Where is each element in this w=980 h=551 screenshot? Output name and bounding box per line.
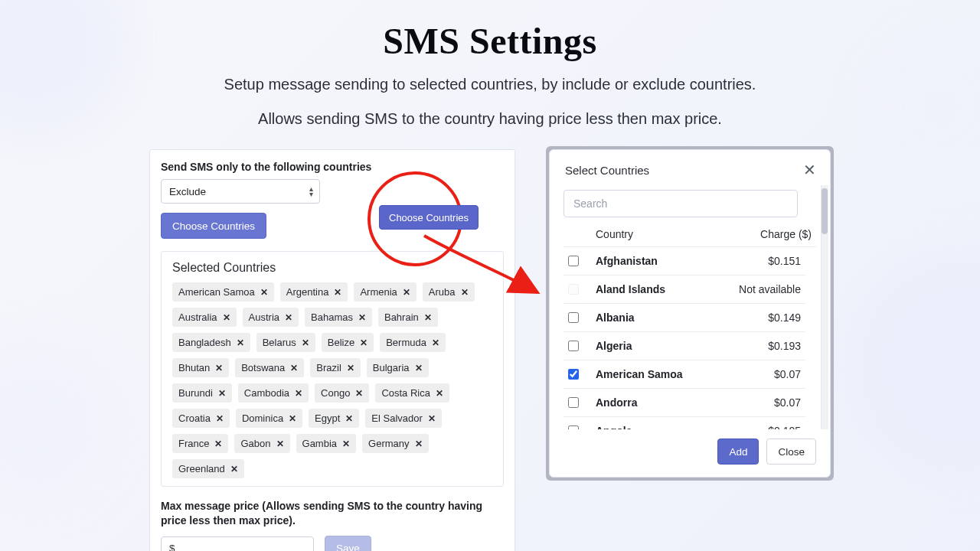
country-checkbox[interactable] [568,256,579,266]
country-chip-label: Costa Rica [381,387,430,399]
hero: SMS Settings Setup message sending to se… [0,0,980,131]
remove-chip-icon[interactable]: ✕ [302,337,309,348]
selected-countries-chips: American Samoa✕Argentina✕Armenia✕Aruba✕A… [172,282,492,478]
remove-chip-icon[interactable]: ✕ [461,287,469,298]
modal-title: Select Countries [565,164,649,177]
remove-chip-icon[interactable]: ✕ [342,439,350,449]
remove-chip-icon[interactable]: ✕ [289,413,296,424]
remove-chip-icon[interactable]: ✕ [285,312,292,323]
selected-countries-title: Selected Countries [172,261,492,275]
add-button[interactable]: Add [717,439,759,465]
remove-chip-icon[interactable]: ✕ [347,363,354,373]
country-chip-label: Austria [249,311,279,323]
country-name: Albania [596,311,759,324]
country-chip: Bahrain✕ [378,308,438,327]
country-chip-label: Botswana [241,362,285,373]
country-checkbox[interactable] [568,341,579,351]
remove-chip-icon[interactable]: ✕ [230,464,238,474]
country-chip: American Samoa✕ [172,282,274,302]
close-button-label: Close [778,446,805,458]
country-chip-label: Brazil [316,362,341,373]
country-chip: Costa Rica✕ [375,383,449,403]
search-input[interactable] [564,190,798,217]
remove-chip-icon[interactable]: ✕ [334,287,341,298]
country-row: Andorra$0.07 [564,389,805,416]
remove-chip-icon[interactable]: ✕ [415,439,423,449]
country-chip-label: Greenland [178,463,225,474]
country-row: Algeria$0.193 [564,332,805,360]
country-chip: Bahamas✕ [305,308,372,327]
remove-chip-icon[interactable]: ✕ [260,287,268,298]
remove-chip-icon[interactable]: ✕ [216,413,224,424]
remove-chip-icon[interactable]: ✕ [345,413,353,424]
remove-chip-icon[interactable]: ✕ [432,337,439,348]
country-chip: Armenia✕ [354,282,416,302]
col-country: Country [596,228,751,240]
remove-chip-icon[interactable]: ✕ [355,388,363,399]
remove-chip-icon[interactable]: ✕ [360,337,368,348]
remove-chip-icon[interactable]: ✕ [223,312,230,323]
chevron-updown-icon: ▴▾ [309,186,313,197]
country-name: Aland Islands [596,283,730,295]
remove-chip-icon[interactable]: ✕ [237,337,244,348]
country-chip-label: Croatia [178,412,211,424]
page-subtitle-2: Allows sending SMS to the country having… [0,107,980,131]
filter-label: Send SMS only to the following countries [161,161,504,173]
select-countries-modal-wrap: Select Countries ✕ Country Charge ($) Af… [549,149,831,478]
country-chip-label: Burundi [178,387,213,399]
remove-chip-icon[interactable]: ✕ [424,312,432,323]
close-icon[interactable]: ✕ [803,162,816,178]
country-row: American Samoa$0.07 [564,360,805,388]
country-checkbox[interactable] [568,397,579,408]
remove-chip-icon[interactable]: ✕ [428,413,436,424]
country-charge: $0.151 [768,255,801,267]
country-charge: $0.149 [768,311,801,324]
country-chip-label: Aruba [429,286,456,298]
country-chip: Argentina✕ [280,282,348,302]
remove-chip-icon[interactable]: ✕ [214,439,222,449]
country-checkbox[interactable] [568,369,579,380]
country-name: Angola [596,425,759,429]
choose-countries-button[interactable]: Choose Countries [161,213,266,239]
country-row: Aland IslandsNot available [564,276,805,303]
country-chip: Bulgaria✕ [367,358,429,377]
country-charge: $0.07 [774,368,801,380]
select-countries-modal: Select Countries ✕ Country Charge ($) Af… [549,149,831,478]
country-chip-label: Bangladesh [178,337,231,348]
country-checkbox [568,284,579,295]
country-chip: Australia✕ [172,308,237,327]
filter-mode-select[interactable]: Exclude ▴▾ [161,179,320,204]
page-subtitle-1: Setup message sending to selected countr… [0,73,980,96]
country-chip: Germany✕ [362,434,428,453]
country-chip-label: Argentina [286,286,329,298]
country-chip-label: Belize [328,337,354,348]
remove-chip-icon[interactable]: ✕ [415,363,423,373]
country-checkbox[interactable] [568,425,579,429]
country-checkbox[interactable] [568,312,579,323]
annotation-choose-countries-button[interactable]: Choose Countries [379,205,479,230]
country-chip: Cambodia✕ [238,383,309,403]
country-table-header: Country Charge ($) [564,217,816,246]
remove-chip-icon[interactable]: ✕ [403,287,410,298]
remove-chip-icon[interactable]: ✕ [295,388,302,399]
remove-chip-icon[interactable]: ✕ [358,312,366,323]
remove-chip-icon[interactable]: ✕ [218,388,226,399]
max-price-input[interactable] [161,536,314,551]
country-chip-label: Germany [368,438,409,449]
country-chip: Bermuda✕ [380,333,446,352]
country-chip-label: Bahamas [311,311,353,323]
country-name: Afghanistan [596,255,759,267]
remove-chip-icon[interactable]: ✕ [215,363,223,373]
remove-chip-icon[interactable]: ✕ [290,363,298,373]
country-chip-label: Gabon [240,438,270,449]
save-button[interactable]: Save [325,536,371,551]
annotation-choose-button-wrap: Choose Countries [379,205,479,230]
remove-chip-icon[interactable]: ✕ [436,388,443,399]
country-row: Angola$0.105 [564,417,805,429]
modal-scrollbar[interactable] [821,185,828,429]
country-charge: Not available [739,283,801,295]
country-chip: Dominica✕ [236,409,302,428]
filter-mode-value: Exclude [169,186,206,197]
remove-chip-icon[interactable]: ✕ [276,439,284,449]
close-button[interactable]: Close [766,439,816,465]
